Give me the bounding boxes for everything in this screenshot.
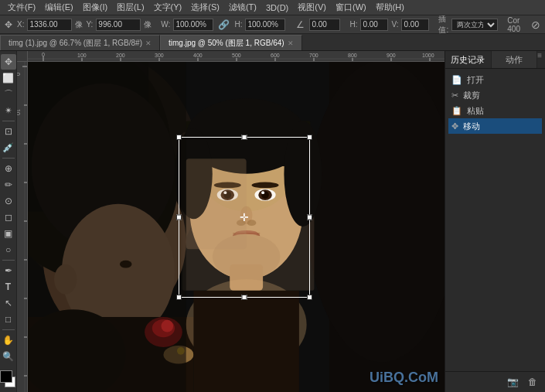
y-label: Y: [86, 20, 93, 29]
history-tab[interactable]: 历史记录 [445, 51, 492, 68]
h2-label: H: [349, 20, 357, 29]
history-crop[interactable]: ✂ 裁剪 [448, 87, 542, 103]
menu-help[interactable]: 帮助(H) [371, 2, 409, 13]
history-open-label: 打开 [467, 74, 484, 86]
dodge-tool[interactable]: ○ [1, 242, 16, 257]
menu-file[interactable]: 文件(F) [3, 2, 40, 13]
pen-tool[interactable]: ✒ [1, 263, 16, 278]
hand-tool[interactable]: ✋ [1, 332, 16, 348]
angle-icon: ∠ [295, 19, 306, 30]
x-label: X: [17, 20, 24, 29]
interp-label: 插值: [438, 14, 448, 36]
menu-select[interactable]: 选择(S) [186, 2, 224, 13]
angle-input[interactable] [309, 19, 340, 31]
eyedropper-tool[interactable]: 💉 [1, 140, 16, 155]
healing-tool[interactable]: ⊕ [1, 161, 16, 176]
w-input[interactable] [173, 19, 213, 31]
tab-1-label: timg.jpg @ 50% (图层 1, RGB/64) [169, 38, 284, 49]
tabs-bar: timg (1).jpg @ 66.7% (图层 1, RGB/8#) ✕ ti… [0, 34, 545, 51]
main-layout: ✥ ⬜ ⌒ ✴ ⊡ 💉 ⊕ ✏ ⊙ ◻ ▣ ○ ✒ T ↖ □ ✋ 🔍 [0, 51, 545, 392]
menu-edit[interactable]: 编辑(E) [40, 2, 78, 13]
svg-text:100: 100 [77, 53, 87, 58]
ruler-vertical: 0 10 [17, 51, 28, 392]
y-input[interactable] [96, 19, 141, 31]
x-input[interactable] [27, 19, 72, 31]
interpolation-select[interactable]: 两次立方 [451, 19, 498, 31]
tab-0[interactable]: timg (1).jpg @ 66.7% (图层 1, RGB/8#) ✕ [0, 35, 160, 50]
panel-tabs: 历史记录 动作 ≡ [445, 51, 545, 69]
menu-type[interactable]: 文字(Y) [149, 2, 187, 13]
new-state-button[interactable]: 🗑 [525, 375, 540, 389]
text-tool[interactable]: T [1, 279, 16, 295]
svg-text:0: 0 [42, 52, 45, 57]
history-move[interactable]: ✥ 移动 [448, 118, 542, 134]
clone-tool[interactable]: ⊙ [1, 193, 16, 209]
magic-wand-tool[interactable]: ✴ [1, 103, 16, 118]
options-bar: ✥ X: 像 Y: 像 W: 🔗 H: ∠ H: V: 插值: 两次立方 Cor… [0, 15, 545, 34]
svg-point-61 [251, 182, 278, 189]
tab-1-close[interactable]: ✕ [288, 39, 294, 47]
move-tool[interactable]: ✥ [1, 54, 16, 70]
lasso-tool[interactable]: ⌒ [1, 87, 16, 102]
gradient-tool[interactable]: ▣ [1, 226, 16, 241]
history-crop-label: 裁剪 [463, 90, 480, 101]
svg-text:10: 10 [17, 109, 21, 115]
history-open[interactable]: 📄 打开 [448, 72, 542, 87]
photo-canvas: ✛ [28, 62, 445, 392]
panel-tab-arrow[interactable]: ≡ [537, 51, 545, 68]
svg-text:700: 700 [309, 53, 318, 58]
menu-image[interactable]: 图像(I) [78, 2, 112, 13]
svg-text:200: 200 [116, 53, 125, 58]
svg-point-72 [247, 220, 257, 226]
menu-view[interactable]: 视图(V) [293, 2, 331, 13]
svg-text:800: 800 [348, 53, 357, 58]
foreground-color[interactable] [0, 370, 12, 383]
svg-text:500: 500 [232, 53, 241, 58]
zoom-tool[interactable]: 🔍 [1, 349, 16, 364]
eraser-tool[interactable]: ◻ [1, 210, 16, 225]
tool-sep-4 [2, 329, 15, 330]
cor-label: Cor 400 [507, 16, 520, 33]
w-label: W: [161, 20, 170, 29]
svg-point-69 [261, 191, 264, 194]
tool-sep-3 [2, 260, 15, 261]
cancel-transform-icon[interactable]: ⊘ [530, 19, 542, 31]
tool-sep-2 [2, 158, 15, 159]
v-label: V: [391, 20, 398, 29]
move-icon: ✥ [451, 121, 458, 131]
menu-3d[interactable]: 3D(D) [261, 3, 293, 12]
v-input[interactable] [401, 19, 429, 31]
history-move-label: 移动 [463, 121, 480, 132]
h-input[interactable] [245, 19, 285, 31]
canvas-area[interactable]: 0 100 200 300 400 500 600 700 80 [17, 51, 445, 392]
path-select-tool[interactable]: ↖ [1, 295, 16, 311]
tab-0-close[interactable]: ✕ [145, 39, 152, 47]
brush-tool[interactable]: ✏ [1, 177, 16, 193]
snapshot-button[interactable]: 📷 [505, 375, 520, 389]
history-paste-label: 粘贴 [467, 105, 484, 117]
svg-text:900: 900 [387, 53, 396, 58]
tab-1[interactable]: timg.jpg @ 50% (图层 1, RGB/64) ✕ [160, 35, 302, 50]
link-icon[interactable]: 🔗 [216, 19, 231, 30]
px-label: 像 [75, 19, 83, 30]
marquee-tool[interactable]: ⬜ [1, 70, 16, 86]
svg-point-84 [162, 320, 174, 332]
svg-point-59 [284, 121, 322, 227]
menu-layer[interactable]: 图层(L) [112, 2, 148, 13]
left-toolbar: ✥ ⬜ ⌒ ✴ ⊡ 💉 ⊕ ✏ ⊙ ◻ ▣ ○ ✒ T ↖ □ ✋ 🔍 [0, 51, 17, 392]
svg-text:0: 0 [17, 73, 21, 76]
history-paste[interactable]: 📋 粘贴 [448, 103, 542, 118]
shape-tool[interactable]: □ [1, 312, 16, 327]
menu-window[interactable]: 窗口(W) [331, 2, 371, 13]
paste-icon: 📋 [451, 106, 462, 116]
menu-bar: 文件(F) 编辑(E) 图像(I) 图层(L) 文字(Y) 选择(S) 滤镜(T… [0, 0, 545, 15]
svg-text:300: 300 [155, 53, 164, 58]
actions-tab[interactable]: 动作 [492, 51, 538, 68]
color-swatches [0, 367, 17, 392]
svg-text:600: 600 [271, 53, 280, 58]
open-icon: 📄 [451, 75, 462, 85]
h2-input[interactable] [360, 19, 388, 31]
panel-actions: 📷 🗑 [445, 371, 545, 392]
crop-tool[interactable]: ⊡ [1, 124, 16, 139]
menu-filter[interactable]: 滤镜(T) [224, 2, 261, 13]
